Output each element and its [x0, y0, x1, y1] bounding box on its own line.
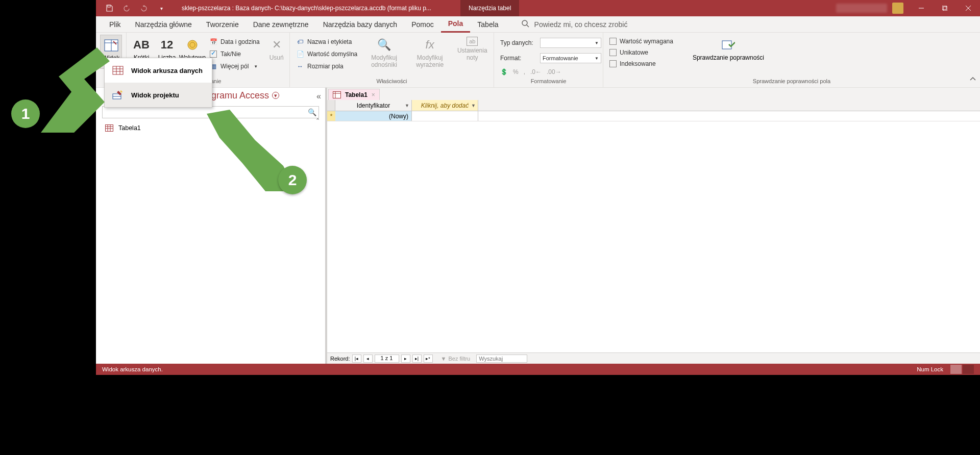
- redo-icon[interactable]: [140, 4, 148, 12]
- comma-format-icon: ,: [524, 68, 525, 75]
- annotation-badge-2: 2: [278, 166, 307, 194]
- close-tab-icon[interactable]: ×: [372, 91, 375, 98]
- first-record-button[interactable]: |◂: [352, 355, 361, 363]
- nav-search-box[interactable]: 🔍: [102, 106, 319, 118]
- status-text: Widok arkusza danych.: [102, 366, 163, 372]
- tab-create[interactable]: Tworzenie: [199, 16, 246, 33]
- tab-home[interactable]: Narzędzia główne: [128, 16, 199, 33]
- chevron-down-icon[interactable]: ▼: [405, 103, 409, 108]
- date-time-button[interactable]: 📅Data i godzina: [207, 37, 262, 47]
- table-icon: [333, 91, 341, 98]
- table-icon: [105, 124, 113, 132]
- datasheet-view-item[interactable]: Widok arkusza danych: [105, 58, 212, 83]
- svg-rect-26: [333, 91, 341, 98]
- nav-header-text: gramu Access: [211, 90, 269, 101]
- decrease-decimal-icon: .00→: [547, 68, 561, 75]
- svg-rect-14: [113, 66, 123, 74]
- tab-table[interactable]: Tabela: [470, 16, 505, 33]
- new-record-button[interactable]: ▸*: [424, 355, 433, 363]
- doc-tab-tabela1[interactable]: Tabela1 ×: [328, 89, 380, 100]
- nav-expand-icon[interactable]: ⌃: [315, 117, 320, 124]
- collapse-nav-icon[interactable]: «: [316, 92, 321, 101]
- datasheet-body[interactable]: [327, 121, 980, 352]
- record-search-input[interactable]: [476, 355, 527, 363]
- modify-lookups-button: 🔍Modyfikuj odnośniki: [363, 35, 405, 70]
- view-dropdown-menu: Widok arkusza danych Widok projektu: [104, 58, 212, 108]
- yes-no-button[interactable]: Tak/Nie: [207, 49, 262, 59]
- cell-add-new[interactable]: [412, 111, 478, 121]
- text-icon: AB: [133, 37, 150, 53]
- column-identyfikator[interactable]: Identyfikator▼: [335, 100, 412, 111]
- group-validation: Sprawdzanie poprawności pola: [607, 78, 976, 85]
- window-title: sklep-pszczelarza : Baza danych- C:\bazy…: [182, 5, 431, 12]
- cell-id-new[interactable]: (Nowy): [335, 111, 412, 121]
- required-checkbox: Wartość wymagana: [607, 37, 675, 46]
- design-view-item[interactable]: Widok projektu: [105, 83, 212, 107]
- datasheet-view-icon: [103, 37, 119, 54]
- svg-point-6: [522, 20, 527, 26]
- column-click-to-add[interactable]: Kliknij, aby dodać▼: [412, 100, 478, 111]
- indexed-checkbox: Indeksowane: [607, 59, 675, 68]
- nav-item-tabela1[interactable]: Tabela1: [96, 121, 325, 135]
- default-icon: 📄: [296, 50, 304, 58]
- undo-icon[interactable]: [122, 4, 131, 12]
- lookup-icon: 🔍: [376, 37, 393, 53]
- titlebar: ▾ sklep-pszczelarza : Baza danych- C:\ba…: [96, 0, 980, 16]
- chevron-down-icon: ▼: [254, 64, 258, 69]
- checkbox-icon: [209, 50, 217, 58]
- modify-expression-button: fxModyfikuj wyrażenie: [409, 35, 451, 70]
- maximize-button[interactable]: [933, 0, 957, 16]
- close-button[interactable]: [957, 0, 980, 16]
- validation-button[interactable]: Sprawdzanie poprawności: [690, 35, 767, 63]
- next-record-button[interactable]: ▸: [401, 355, 410, 363]
- svg-line-7: [527, 25, 529, 27]
- numlock-indicator: Num Lock: [917, 366, 943, 372]
- save-icon[interactable]: [105, 4, 113, 12]
- collapse-ribbon-icon[interactable]: [970, 75, 976, 84]
- group-properties: Właściwości: [294, 78, 489, 85]
- tab-external[interactable]: Dane zewnętrzne: [246, 16, 316, 33]
- select-all-cell[interactable]: [327, 100, 335, 111]
- chevron-down-icon[interactable]: ▼: [471, 103, 476, 108]
- number-format-buttons: 💲 % , .0← .00→: [498, 67, 603, 77]
- search-icon: [521, 19, 529, 29]
- nav-item-label: Tabela1: [118, 124, 141, 132]
- size-icon: ↔: [296, 62, 304, 70]
- tab-help[interactable]: Pomoc: [404, 16, 441, 33]
- svg-point-11: [188, 40, 197, 49]
- last-record-button[interactable]: ▸|: [412, 355, 422, 363]
- row-selector-new[interactable]: *: [327, 111, 335, 121]
- tab-file[interactable]: Plik: [102, 16, 128, 33]
- datasheet-view-icon: [112, 64, 124, 77]
- datasheet-view-label: Widok arkusza danych: [131, 67, 203, 74]
- svg-rect-3: [943, 7, 947, 11]
- design-view-shortcut[interactable]: [963, 365, 974, 374]
- field-size-button: ↔Rozmiar pola: [294, 61, 359, 71]
- tab-dbtools[interactable]: Narzędzia bazy danych: [316, 16, 405, 33]
- validation-icon: [720, 37, 737, 53]
- memo-settings-button: abUstawienia noty: [455, 35, 489, 63]
- context-tab-label: Narzędzia tabel: [460, 0, 519, 16]
- nav-header-dropdown-icon[interactable]: ▾: [272, 92, 279, 99]
- record-position[interactable]: 1 z 1: [375, 355, 399, 363]
- filter-icon: ▼: [441, 356, 447, 362]
- fx-icon: fx: [422, 37, 438, 53]
- memo-icon: ab: [467, 37, 478, 46]
- unique-checkbox: Unikatowe: [607, 48, 675, 57]
- percent-format-icon: %: [513, 68, 519, 75]
- datasheet-view-shortcut[interactable]: [950, 365, 962, 374]
- chevron-down-icon: ▼: [595, 41, 599, 45]
- qat-customize-icon[interactable]: ▾: [157, 4, 165, 12]
- tell-me-search[interactable]: Powiedz mi, co chcesz zrobić: [521, 19, 628, 29]
- document-area: Tabela1 × Identyfikator▼ Kliknij, aby do…: [327, 88, 980, 364]
- new-record-row[interactable]: * (Nowy): [327, 111, 980, 121]
- minimize-button[interactable]: [910, 0, 933, 16]
- tell-me-label: Powiedz mi, co chcesz zrobić: [534, 20, 628, 29]
- no-filter-label: ▼Bez filtru: [441, 356, 471, 362]
- user-avatar[interactable]: [892, 3, 903, 14]
- more-fields-button[interactable]: ▦Więcej pól▼: [207, 61, 262, 71]
- statusbar: Widok arkusza danych. Num Lock: [96, 364, 980, 375]
- tab-fields[interactable]: Pola: [441, 16, 471, 33]
- body-area: gramu Access ▾ « 🔍 ⌃ Tabela1 Tabela1 ×: [96, 88, 980, 364]
- prev-record-button[interactable]: ◂: [363, 355, 373, 363]
